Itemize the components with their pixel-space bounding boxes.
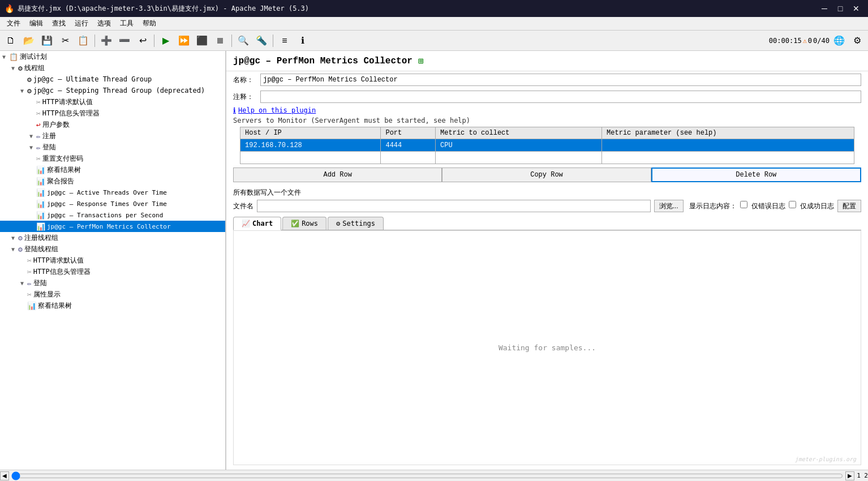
tree-node-ultimate-thread[interactable]: ⚙ jp@gc – Ultimate Thread Group xyxy=(0,74,225,85)
info-button[interactable]: ℹ xyxy=(294,33,311,49)
menu-file[interactable]: 文件 xyxy=(2,18,25,29)
toggle-thread-group[interactable]: ▼ xyxy=(11,65,18,71)
tree-node-attr-display[interactable]: ✂ 属性显示 xyxy=(0,289,225,300)
warning-icon: ⚠ xyxy=(803,37,807,45)
table-container: Host / IP Port Metric to collect Metric … xyxy=(226,127,868,164)
toggle-login-group[interactable]: ▼ xyxy=(11,246,18,252)
copy-row-button[interactable]: Copy Row xyxy=(442,168,651,182)
toggle-register[interactable]: ▼ xyxy=(29,133,36,139)
tree-node-transactions[interactable]: 📊 jp@gc – Transactions per Second xyxy=(0,209,225,221)
cell-metric: CPU xyxy=(436,139,602,152)
browse-button[interactable]: 浏览... xyxy=(654,200,684,212)
tree-node-reset-pwd[interactable]: ✂ 重置支付密码 xyxy=(0,153,225,164)
shutdown-button[interactable]: ⏹ xyxy=(212,33,229,49)
minimize-button[interactable]: ─ xyxy=(817,2,832,15)
tree-label-view-results: 察看结果树 xyxy=(47,165,81,175)
tree-label-aggregate-report: 聚合报告 xyxy=(47,177,74,186)
tree-node-http-header-2[interactable]: ✂ HTTP信息头管理器 xyxy=(0,266,225,277)
scroll-left-button[interactable]: ◀ xyxy=(0,471,9,480)
error-log-label: 仅错误日志 xyxy=(751,202,785,210)
tree-node-response-times[interactable]: 📊 jp@gc – Response Times Over Time xyxy=(0,198,225,209)
delete-row-button[interactable]: Delete Row xyxy=(651,168,861,182)
error-log-option[interactable]: 仅错误日志 xyxy=(740,201,785,211)
horizontal-scrollbar[interactable] xyxy=(11,471,843,480)
tree-node-register-group[interactable]: ▼ ⚙ 注册线程组 xyxy=(0,232,225,243)
tree-node-aggregate-report[interactable]: 📊 聚合报告 xyxy=(0,175,225,187)
help-link-text[interactable]: Help on this plugin xyxy=(238,106,316,114)
cell-port: 4444 xyxy=(381,139,436,152)
tree-node-http-default[interactable]: ✂ HTTP请求默认值 xyxy=(0,96,225,108)
close-button[interactable]: ✕ xyxy=(849,2,863,15)
tree-label-user-params: 用户参数 xyxy=(42,120,70,130)
chart-tab-label: Chart xyxy=(252,220,273,227)
tree-label-reset-pwd: 重置支付密码 xyxy=(42,154,83,164)
save-button[interactable]: 💾 xyxy=(38,33,55,49)
remove-button[interactable]: ➖ xyxy=(116,33,133,49)
comment-row: 注释： xyxy=(226,88,868,105)
maximize-button[interactable]: □ xyxy=(833,2,848,15)
success-log-checkbox[interactable] xyxy=(789,201,796,208)
tree-node-test-plan[interactable]: ▼ 📋 测试计划 xyxy=(0,51,225,62)
new-button[interactable]: 🗋 xyxy=(2,33,19,49)
menu-run[interactable]: 运行 xyxy=(70,18,93,29)
tree-node-stepping-thread[interactable]: ▼ ⚙ jp@gc – Stepping Thread Group (depre… xyxy=(0,85,225,96)
tree-label-thread-group: 线程组 xyxy=(24,63,45,73)
remote-button[interactable]: 🌐 xyxy=(831,33,848,49)
success-log-option[interactable]: 仅成功日志 xyxy=(789,201,834,211)
tree-label-test-plan: 测试计划 xyxy=(20,52,47,62)
tab-chart[interactable]: 📈 Chart xyxy=(233,217,281,230)
start-no-pause-button[interactable]: ⏩ xyxy=(175,33,192,49)
copy-button[interactable]: 📋 xyxy=(75,33,92,49)
help-link-container[interactable]: ℹ Help on this plugin xyxy=(226,105,868,115)
tree-node-active-threads[interactable]: 📊 jp@gc – Active Threads Over Time xyxy=(0,187,225,198)
tree-node-http-default-2[interactable]: ✂ HTTP请求默认值 xyxy=(0,255,225,266)
open-button[interactable]: 📂 xyxy=(20,33,37,49)
tree-label-stepping-thread: jp@gc – Stepping Thread Group (deprecate… xyxy=(33,87,205,95)
comment-input[interactable] xyxy=(260,91,861,103)
menu-options[interactable]: 选项 xyxy=(93,18,115,29)
tree-node-thread-group[interactable]: ▼ ⚙ 线程组 xyxy=(0,62,225,74)
tree-node-login-group[interactable]: ▼ ⚙ 登陆线程组 xyxy=(0,243,225,255)
toggle-login[interactable]: ▼ xyxy=(29,144,36,151)
toggle-register-group[interactable]: ▼ xyxy=(11,235,18,241)
menu-tools[interactable]: 工具 xyxy=(115,18,138,29)
plugin-header-icon: ⊞ xyxy=(418,55,424,66)
tree-node-view-results[interactable]: 📊 察看结果树 xyxy=(0,164,225,175)
filename-input[interactable] xyxy=(257,200,651,212)
tab-settings[interactable]: ⚙ Settings xyxy=(328,217,384,230)
name-input[interactable] xyxy=(260,74,861,86)
toggle-login-2[interactable]: ▼ xyxy=(20,280,27,286)
tree-label-register-group: 注册线程组 xyxy=(24,233,58,243)
search-button[interactable]: 🔍 xyxy=(235,33,252,49)
name-row: 名称： xyxy=(226,71,868,88)
tree-node-view-results-2[interactable]: 📊 察看结果树 xyxy=(0,300,225,311)
start-button[interactable]: ▶ xyxy=(157,33,174,49)
chart-waiting-text: Waiting for samples... xyxy=(499,343,596,352)
scroll-right-button[interactable]: ▶ xyxy=(845,471,854,480)
clear-all-button[interactable]: 🔦 xyxy=(253,33,270,49)
settings-remote-button[interactable]: ⚙ xyxy=(849,33,866,49)
menu-find[interactable]: 查找 xyxy=(48,18,70,29)
cut-button[interactable]: ✂ xyxy=(57,33,74,49)
tree-node-user-params[interactable]: ↩ 用户参数 xyxy=(0,119,225,130)
stop-button[interactable]: ⬛ xyxy=(194,33,210,49)
toggle-stepping-thread[interactable]: ▼ xyxy=(20,88,27,94)
tree-node-register[interactable]: ▼ ✏ 注册 xyxy=(0,130,225,141)
add-button[interactable]: ➕ xyxy=(98,33,115,49)
tree-node-perfmon[interactable]: 📊 jp@gc – PerfMon Metrics Collector xyxy=(0,221,225,232)
clear-button[interactable]: ↩ xyxy=(134,33,151,49)
rows-tab-icon: ✅ xyxy=(291,220,299,227)
config-button[interactable]: 配置 xyxy=(837,200,861,212)
tree-node-login-2[interactable]: ▼ ✏ 登陆 xyxy=(0,277,225,289)
servers-description: Servers to Monitor (ServerAgent must be … xyxy=(226,115,868,127)
tree-node-http-header[interactable]: ✂ HTTP信息头管理器 xyxy=(0,108,225,119)
error-log-checkbox[interactable] xyxy=(740,201,747,208)
tree-node-login[interactable]: ▼ ✏ 登陆 xyxy=(0,141,225,153)
menu-edit[interactable]: 编辑 xyxy=(25,18,48,29)
tab-rows[interactable]: ✅ Rows xyxy=(282,217,326,230)
toggle-test-plan[interactable]: ▼ xyxy=(2,54,9,60)
table-row[interactable]: 192.168.70.128 4444 CPU xyxy=(240,139,854,152)
add-row-button[interactable]: Add Row xyxy=(233,168,442,182)
menu-help[interactable]: 帮助 xyxy=(138,18,161,29)
list-button[interactable]: ≡ xyxy=(276,33,293,49)
